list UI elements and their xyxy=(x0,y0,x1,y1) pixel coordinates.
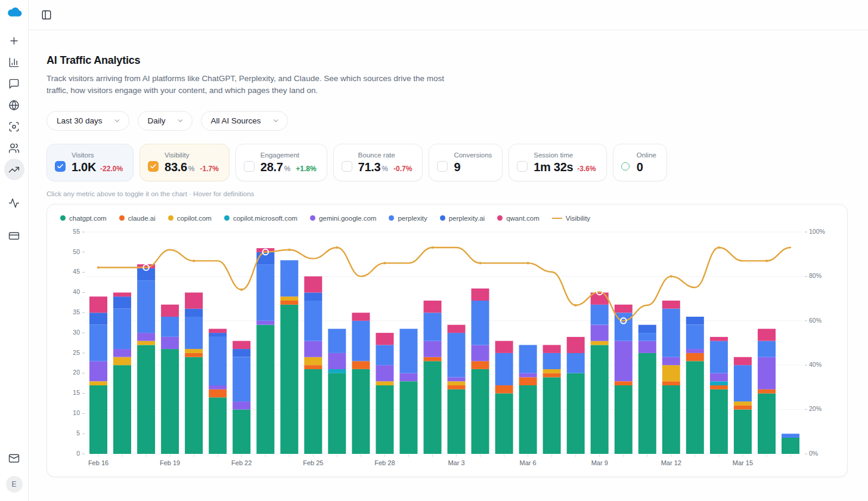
chevron-down-icon xyxy=(272,117,280,125)
legend-item: perplexity xyxy=(389,215,427,222)
metric-value: 0 xyxy=(637,160,643,174)
metric-card-visitors[interactable]: Visitors 1.0K-22.0% xyxy=(46,144,134,181)
activity-icon[interactable] xyxy=(4,192,24,214)
svg-text:Feb 28: Feb 28 xyxy=(374,459,395,466)
trending-up-icon[interactable] xyxy=(4,159,24,180)
traffic-chart-svg: 05101520253035404550550%20%40%60%80%100%… xyxy=(58,225,836,472)
svg-text:Mar 12: Mar 12 xyxy=(661,459,681,466)
chevron-down-icon xyxy=(113,117,121,125)
svg-text:Feb 22: Feb 22 xyxy=(231,459,252,466)
metric-unit: % xyxy=(188,165,195,173)
legend-label: perplexity.ai xyxy=(449,215,485,222)
checkbox-unchecked-icon[interactable] xyxy=(517,161,528,172)
legend-item: copilot.microsoft.com xyxy=(224,215,297,222)
metric-label: Session time xyxy=(534,151,596,159)
checkbox-unchecked-icon[interactable] xyxy=(244,161,255,172)
metric-label: Online xyxy=(637,151,656,159)
online-status-icon xyxy=(621,162,630,171)
legend-dot-icon xyxy=(440,215,445,221)
legend-item: copilot.com xyxy=(168,215,212,222)
legend-dot-icon xyxy=(497,215,503,221)
checkbox-unchecked-icon[interactable] xyxy=(437,161,448,172)
app-root: E AI Traffic Analytics Track visitors ar… xyxy=(0,0,868,501)
svg-text:Mar 15: Mar 15 xyxy=(733,459,753,466)
metric-card-engagement[interactable]: Engagement 28.7%+1.8% xyxy=(235,144,327,181)
source-select[interactable]: All AI Sources xyxy=(201,111,288,131)
metric-value: 71.3 xyxy=(358,160,381,174)
sidebar: E xyxy=(0,0,29,501)
svg-text:80%: 80% xyxy=(809,272,822,279)
metric-value: 28.7 xyxy=(261,160,283,174)
content: AI Traffic Analytics Track visitors arri… xyxy=(29,30,868,477)
legend-label: perplexity xyxy=(398,215,427,222)
metric-card-session-time[interactable]: Session time 1m 32s-3.6% xyxy=(509,144,606,181)
legend-item-visibility: Visibility xyxy=(552,215,590,222)
checkbox-checked-icon[interactable] xyxy=(55,161,66,172)
plus-icon[interactable] xyxy=(4,30,24,51)
metric-label: Visitors xyxy=(72,151,123,159)
bar-chart-icon[interactable] xyxy=(4,51,24,73)
metric-cards: Visitors 1.0K-22.0% Visibility 83.6%-1.7… xyxy=(46,144,848,181)
cloud-logo[interactable] xyxy=(5,6,23,19)
checkbox-unchecked-icon[interactable] xyxy=(342,161,352,172)
metric-label: Bounce rate xyxy=(358,151,413,159)
message-icon[interactable] xyxy=(4,73,24,94)
legend-item: perplexity.ai xyxy=(440,215,485,222)
legend-dot-icon xyxy=(60,215,66,221)
legend-dot-icon xyxy=(310,215,315,221)
scan-eye-icon[interactable] xyxy=(4,116,24,137)
metric-value: 9 xyxy=(454,160,460,174)
legend-line-icon xyxy=(552,218,562,219)
globe-icon[interactable] xyxy=(4,94,24,116)
panel-left-icon[interactable] xyxy=(38,7,55,23)
main-area: AI Traffic Analytics Track visitors arri… xyxy=(29,0,868,501)
svg-text:Mar 6: Mar 6 xyxy=(520,459,537,466)
metric-delta: -22.0% xyxy=(100,165,123,173)
metric-card-conversions[interactable]: Conversions 9 xyxy=(429,144,503,181)
legend-item: claude.ai xyxy=(119,215,156,222)
avatar[interactable]: E xyxy=(6,476,23,493)
svg-text:Feb 19: Feb 19 xyxy=(160,459,180,466)
date-range-value: Last 30 days xyxy=(57,116,103,125)
legend-label: Visibility xyxy=(566,215,590,222)
checkbox-checked-icon[interactable] xyxy=(148,161,159,172)
svg-text:50: 50 xyxy=(73,248,80,255)
mail-icon[interactable] xyxy=(4,447,24,469)
legend-label: qwant.com xyxy=(506,215,540,222)
source-value: All AI Sources xyxy=(211,116,261,125)
svg-text:100%: 100% xyxy=(809,227,825,234)
svg-text:0%: 0% xyxy=(809,449,818,456)
svg-text:35: 35 xyxy=(73,308,80,316)
metric-card-bounce-rate[interactable]: Bounce rate 71.3%-0.7% xyxy=(333,144,423,181)
svg-text:Mar 3: Mar 3 xyxy=(448,459,464,466)
users-icon[interactable] xyxy=(4,137,24,159)
svg-text:0: 0 xyxy=(76,449,80,456)
svg-text:20: 20 xyxy=(73,369,80,376)
legend-dot-icon xyxy=(224,215,230,221)
metric-card-visibility[interactable]: Visibility 83.6%-1.7% xyxy=(140,144,230,181)
metric-label: Engagement xyxy=(261,151,317,159)
bars-layer xyxy=(89,248,799,457)
toggle-hint: Click any metric above to toggle it on t… xyxy=(46,190,848,197)
metric-label: Visibility xyxy=(165,151,219,159)
metric-value: 1.0K xyxy=(72,160,96,174)
legend-dot-icon xyxy=(389,215,394,221)
svg-text:15: 15 xyxy=(73,389,80,396)
page-description: Track visitors arriving from AI platform… xyxy=(46,73,447,97)
metric-unit: % xyxy=(284,165,291,173)
sidebar-bottom: E xyxy=(4,447,24,493)
legend-label: copilot.com xyxy=(177,215,212,222)
granularity-select[interactable]: Daily xyxy=(138,111,193,131)
metric-card-online[interactable]: Online 0 xyxy=(613,144,667,181)
svg-text:55: 55 xyxy=(73,227,80,234)
svg-text:30: 30 xyxy=(73,328,80,335)
legend-item: gemini.google.com xyxy=(310,215,377,222)
credit-card-icon[interactable] xyxy=(4,225,24,246)
legend-label: copilot.microsoft.com xyxy=(233,215,297,222)
chevron-down-icon xyxy=(176,117,184,125)
metric-value: 83.6 xyxy=(165,160,187,174)
date-range-select[interactable]: Last 30 days xyxy=(46,111,129,131)
svg-text:25: 25 xyxy=(73,348,80,355)
svg-text:40: 40 xyxy=(73,288,80,295)
legend-dot-icon xyxy=(119,215,125,221)
